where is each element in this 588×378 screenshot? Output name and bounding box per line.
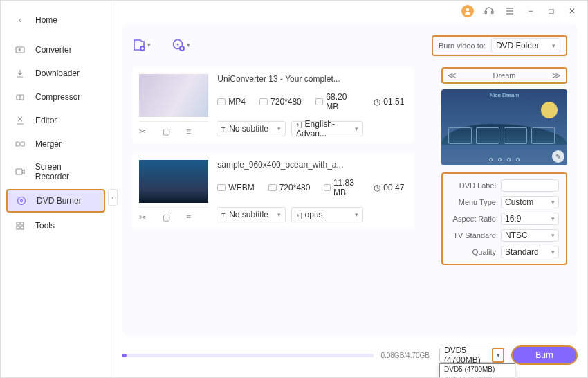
- prev-template-button[interactable]: ≪: [445, 69, 458, 82]
- svg-rect-1: [485, 11, 487, 14]
- tv-standard-select[interactable]: NTSC▾: [501, 229, 559, 242]
- close-button[interactable]: ✕: [567, 6, 578, 17]
- merger-icon: [15, 138, 26, 150]
- disc-type-value: DVD5 (4700MB): [444, 345, 498, 365]
- sidebar-item-label: Converter: [35, 45, 72, 55]
- size-progress-text: 0.08GB/4.70GB: [380, 352, 430, 359]
- disc-option[interactable]: DVD5 (4700MB): [440, 364, 515, 375]
- template-name: Dream: [493, 71, 515, 80]
- aspect-label: Aspect Ratio:: [450, 215, 498, 223]
- file-duration: ◷01:51: [374, 97, 404, 107]
- crop-button[interactable]: ▢: [163, 127, 172, 136]
- svg-rect-13: [17, 222, 19, 225]
- more-button[interactable]: ≡: [186, 213, 196, 222]
- burn-to-select[interactable]: DVD Folder▾: [491, 38, 560, 53]
- svg-rect-8: [16, 142, 19, 146]
- sun-graphic: [541, 102, 558, 118]
- file-title: UniConverter 13 - Your complet...: [217, 74, 404, 84]
- subtitle-select[interactable]: T| No subtitle▾: [217, 207, 286, 222]
- menu-preview[interactable]: Nice Dream ✎: [441, 89, 567, 165]
- file-duration: ◷00:47: [374, 183, 404, 192]
- resolution-icon: [259, 98, 268, 105]
- sidebar-item-dvd-burner[interactable]: DVD Burner: [6, 189, 105, 213]
- audio-select[interactable]: ♪|| English-Advan...▾: [291, 121, 363, 136]
- aspect-select[interactable]: 16:9▾: [501, 213, 559, 225]
- home-button[interactable]: ‹ Home: [1, 8, 111, 38]
- chevron-down-icon: ▾: [187, 42, 190, 48]
- crop-button[interactable]: ▢: [163, 213, 172, 222]
- disc-option[interactable]: DVD9 (8500MB): [440, 375, 515, 378]
- quality-label: Quality:: [450, 248, 498, 256]
- chevron-down-icon: ▾: [147, 42, 151, 48]
- burn-button[interactable]: Burn: [511, 345, 578, 365]
- disc-type-dropdown-button[interactable]: ▾: [492, 348, 504, 363]
- preview-title: Nice Dream: [490, 92, 519, 98]
- main-content: ▾ ▾ Burn video to: DVD Folder▾ UniConver…: [122, 24, 578, 336]
- svg-rect-15: [17, 226, 19, 229]
- subtitle-select[interactable]: T| No subtitle▾: [217, 121, 286, 136]
- file-resolution: 720*480: [268, 183, 311, 192]
- recorder-icon: [15, 166, 26, 177]
- menu-type-select[interactable]: Custom▾: [501, 196, 559, 208]
- dvd-options: DVD Label: Menu Type:Custom▾ Aspect Rati…: [441, 172, 567, 265]
- svg-rect-16: [21, 226, 24, 229]
- disc-type-menu: DVD5 (4700MB) DVD9 (8500MB) BD25 (25G) B…: [439, 363, 515, 378]
- file-title: sample_960x400_ocean_with_a...: [217, 160, 404, 170]
- menu-icon[interactable]: [504, 6, 515, 17]
- sidebar-item-label: Downloader: [35, 69, 80, 78]
- sidebar-item-label: Compressor: [35, 92, 80, 102]
- video-thumbnail[interactable]: [139, 160, 208, 203]
- video-thumbnail[interactable]: [139, 74, 208, 117]
- minimize-button[interactable]: −: [525, 6, 536, 17]
- dvd-label-input[interactable]: [501, 179, 559, 192]
- sidebar-item-editor[interactable]: Editor: [1, 109, 111, 132]
- trim-button[interactable]: ✂: [139, 213, 149, 222]
- sidebar-item-label: Screen Recorder: [35, 162, 97, 181]
- sidebar-item-screen-recorder[interactable]: Screen Recorder: [1, 156, 111, 188]
- svg-rect-14: [21, 222, 24, 225]
- file-card: UniConverter 13 - Your complet... MP4 72…: [132, 67, 414, 143]
- more-button[interactable]: ≡: [186, 127, 196, 136]
- tv-standard-label: TV Standard:: [450, 231, 498, 240]
- trim-button[interactable]: ✂: [139, 127, 149, 136]
- sidebar-item-tools[interactable]: Tools: [1, 214, 111, 237]
- add-disc-button[interactable]: ▾: [172, 38, 190, 52]
- sidebar-item-label: Editor: [35, 116, 57, 125]
- support-icon[interactable]: [484, 6, 495, 17]
- file-list: UniConverter 13 - Your complet... MP4 72…: [132, 67, 414, 239]
- svg-rect-9: [21, 142, 24, 146]
- svg-rect-7: [17, 95, 24, 100]
- clock-icon: ◷: [374, 97, 380, 107]
- audio-select[interactable]: ♪|| opus▾: [291, 207, 363, 222]
- chevron-down-icon: ▾: [552, 42, 555, 49]
- size-progress-bar: [122, 354, 374, 357]
- burn-to-label: Burn video to:: [439, 42, 486, 50]
- next-template-button[interactable]: ≫: [551, 69, 563, 82]
- svg-rect-10: [16, 169, 22, 174]
- edit-menu-button[interactable]: ✎: [552, 150, 564, 163]
- format-icon: [217, 98, 226, 105]
- menu-type-label: Menu Type:: [450, 198, 498, 206]
- svg-point-12: [21, 200, 23, 202]
- maximize-button[interactable]: □: [546, 6, 557, 17]
- format-icon: [217, 184, 226, 191]
- sidebar-item-converter[interactable]: Converter: [1, 38, 111, 62]
- sidebar-item-merger[interactable]: Merger: [1, 132, 111, 156]
- folder-icon: [324, 184, 330, 191]
- compressor-icon: [15, 91, 26, 102]
- file-format: WEBM: [217, 183, 254, 192]
- back-arrow-icon: ‹: [15, 15, 26, 26]
- user-avatar[interactable]: [461, 5, 474, 17]
- resolution-icon: [268, 184, 277, 191]
- sidebar-item-compressor[interactable]: Compressor: [1, 85, 111, 109]
- sidebar-item-label: Merger: [35, 139, 62, 149]
- disc-icon: [16, 195, 27, 206]
- sidebar-item-downloader[interactable]: Downloader: [1, 62, 111, 85]
- burn-target-container: Burn video to: DVD Folder▾: [432, 35, 567, 56]
- sidebar-item-label: Tools: [35, 221, 55, 231]
- collapse-sidebar-button[interactable]: ‹: [108, 189, 118, 206]
- add-file-button[interactable]: ▾: [132, 38, 151, 52]
- svg-point-0: [466, 8, 469, 11]
- sidebar-item-label: DVD Burner: [37, 196, 82, 206]
- quality-select[interactable]: Standard▾: [501, 246, 559, 258]
